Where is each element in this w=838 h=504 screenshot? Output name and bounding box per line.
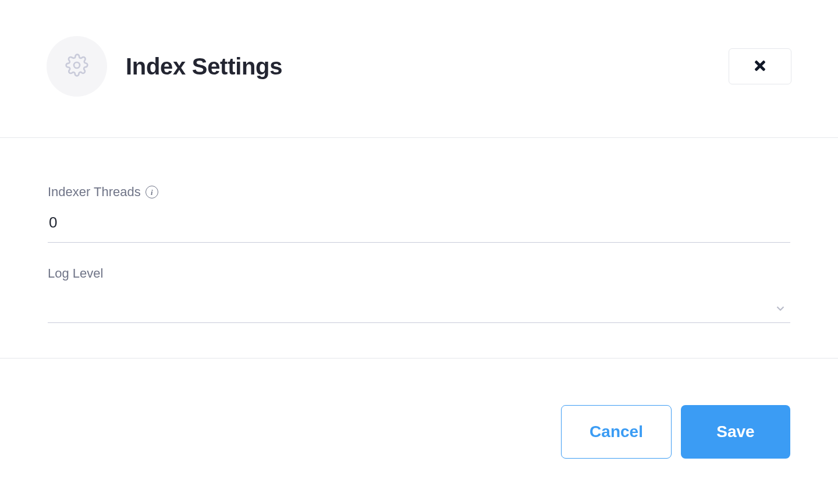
- log-level-value: [48, 289, 790, 306]
- field-indexer-threads: Indexer Threads i: [48, 184, 790, 243]
- field-log-level: Log Level: [48, 266, 790, 323]
- label-text: Indexer Threads: [48, 184, 141, 200]
- field-label-log-level: Log Level: [48, 266, 790, 281]
- modal-header: Index Settings: [0, 0, 838, 138]
- close-button[interactable]: [729, 48, 791, 84]
- indexer-threads-input[interactable]: [48, 208, 790, 243]
- page-title: Index Settings: [126, 54, 282, 80]
- svg-point-0: [74, 62, 80, 68]
- field-label-indexer-threads: Indexer Threads i: [48, 184, 790, 200]
- gear-icon: [65, 54, 88, 79]
- log-level-select[interactable]: [48, 289, 790, 323]
- label-text: Log Level: [48, 266, 103, 281]
- header-left: Index Settings: [47, 36, 282, 97]
- modal-footer: Cancel Save: [0, 359, 838, 459]
- save-button[interactable]: Save: [681, 405, 790, 459]
- form-body: Indexer Threads i Log Level: [0, 138, 838, 359]
- close-icon: [752, 58, 768, 75]
- cancel-button[interactable]: Cancel: [561, 405, 672, 459]
- gear-icon-badge: [47, 36, 107, 97]
- info-icon[interactable]: i: [145, 186, 158, 198]
